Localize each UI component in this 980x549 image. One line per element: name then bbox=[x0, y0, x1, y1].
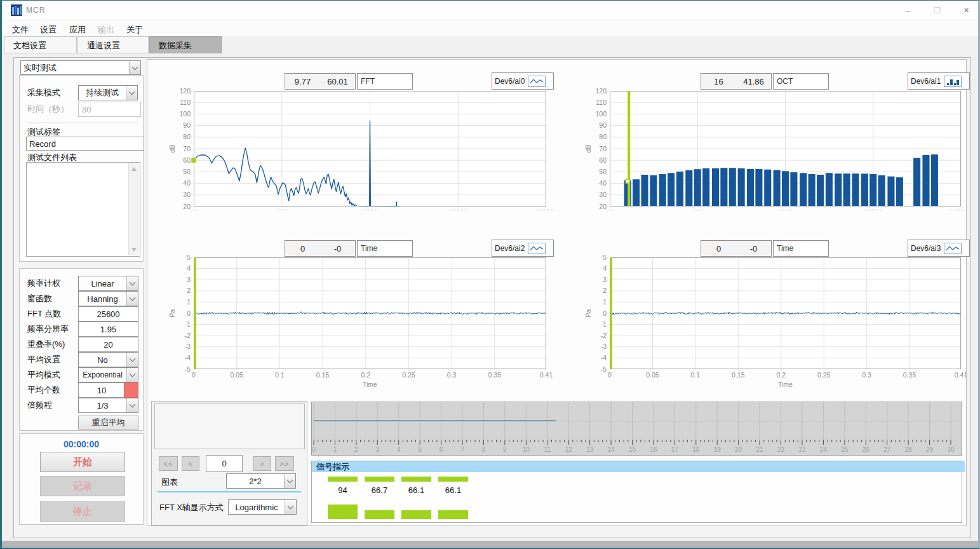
svg-text:90: 90 bbox=[183, 121, 191, 129]
svg-text:1000: 1000 bbox=[363, 208, 378, 210]
chart-layout-label: 图表 bbox=[161, 477, 178, 488]
svg-text:-3: -3 bbox=[185, 342, 191, 350]
menu-output: 输出 bbox=[95, 23, 117, 37]
overlap-input[interactable]: 20 bbox=[78, 337, 138, 352]
acq-time-label: 时间（秒） bbox=[27, 104, 69, 115]
svg-text:dB: dB bbox=[584, 145, 592, 153]
svg-text:-2: -2 bbox=[601, 332, 607, 339]
svg-text:16: 16 bbox=[650, 446, 657, 453]
svg-text:7: 7 bbox=[460, 446, 464, 453]
svg-text:5: 5 bbox=[187, 254, 191, 261]
svg-text:0.3: 0.3 bbox=[447, 371, 457, 379]
svg-text:26: 26 bbox=[863, 446, 870, 453]
svg-text:18: 18 bbox=[692, 446, 700, 453]
svg-text:6: 6 bbox=[440, 446, 443, 453]
svg-text:100: 100 bbox=[179, 110, 191, 118]
charts-region: 9.77 60.01 FFT Dev6/ai0 2030405060708090… bbox=[147, 59, 967, 526]
close-button[interactable]: × bbox=[952, 1, 980, 20]
avg-mode-select[interactable]: Exponential bbox=[78, 367, 138, 383]
svg-text:0: 0 bbox=[608, 371, 612, 379]
start-button[interactable]: 开始 bbox=[40, 452, 125, 472]
svg-text:100000: 100000 bbox=[535, 208, 554, 210]
time3-plot[interactable]: -5-4-3-2-101234500.050.10.150.20.250.30.… bbox=[562, 239, 966, 400]
svg-text:100: 100 bbox=[276, 208, 288, 210]
svg-text:28: 28 bbox=[905, 446, 913, 453]
time2-plot[interactable]: -5-4-3-2-101234500.050.10.150.20.250.30.… bbox=[148, 239, 554, 400]
svg-text:8: 8 bbox=[482, 446, 486, 453]
acq-time-input[interactable]: 30 bbox=[78, 102, 141, 117]
listbox-scrollbar[interactable] bbox=[128, 163, 139, 255]
svg-text:Time: Time bbox=[363, 381, 377, 388]
test-mode-select[interactable]: 实时测试 bbox=[20, 60, 141, 75]
svg-text:30: 30 bbox=[183, 191, 191, 198]
svg-text:40: 40 bbox=[599, 179, 607, 187]
fft-xaxis-select[interactable]: Logarithmic bbox=[228, 499, 297, 515]
nav-last-button[interactable]: >> bbox=[275, 456, 294, 471]
octave-select[interactable]: 1/3 bbox=[78, 398, 138, 413]
svg-text:-4: -4 bbox=[601, 354, 607, 362]
scroll-down-icon[interactable] bbox=[131, 248, 137, 252]
chevron-down-icon bbox=[284, 474, 295, 488]
svg-text:4: 4 bbox=[187, 264, 191, 272]
test-file-listbox[interactable] bbox=[26, 162, 140, 257]
freq-resolution-input[interactable]: 1.95 bbox=[78, 322, 138, 337]
avg-count-input[interactable]: 10 bbox=[78, 383, 125, 398]
svg-text:Time: Time bbox=[778, 381, 793, 388]
svg-text:-3: -3 bbox=[601, 342, 607, 350]
restart-average-button[interactable]: 重启平均 bbox=[78, 416, 138, 430]
svg-text:17: 17 bbox=[671, 446, 679, 453]
svg-text:120: 120 bbox=[595, 87, 607, 95]
acq-mode-label: 采集模式 bbox=[27, 87, 60, 98]
avg-setting-select[interactable]: No bbox=[78, 352, 138, 367]
maximize-button[interactable]: ☐ bbox=[923, 1, 951, 20]
svg-text:0.05: 0.05 bbox=[230, 371, 243, 379]
svg-text:1: 1 bbox=[187, 298, 191, 306]
svg-text:5: 5 bbox=[418, 446, 422, 453]
fft-plot[interactable]: 2030405060708090100110120101001000100001… bbox=[148, 60, 554, 213]
test-tag-input[interactable]: Record bbox=[26, 137, 144, 151]
menu-file[interactable]: 文件 bbox=[10, 23, 31, 37]
svg-text:0.3: 0.3 bbox=[862, 371, 871, 379]
signal-peak-bar bbox=[438, 477, 468, 482]
svg-text:Pa: Pa bbox=[168, 309, 176, 317]
tab-document-settings[interactable]: 文档设置 bbox=[4, 36, 77, 53]
svg-text:2: 2 bbox=[603, 287, 607, 294]
nav-prev-button[interactable]: < bbox=[182, 456, 199, 471]
chevron-down-icon bbox=[126, 86, 137, 100]
svg-text:3: 3 bbox=[187, 276, 191, 283]
timeline-ruler[interactable]: 0123456789101112131415161718192021222324… bbox=[311, 402, 962, 456]
svg-text:24: 24 bbox=[820, 446, 828, 453]
svg-text:-1: -1 bbox=[601, 320, 607, 328]
menu-apply[interactable]: 应用 bbox=[67, 23, 88, 37]
svg-text:10000: 10000 bbox=[864, 208, 882, 210]
menu-about[interactable]: 关于 bbox=[124, 23, 145, 37]
window-func-label: 窗函数 bbox=[27, 293, 52, 304]
svg-text:23: 23 bbox=[798, 446, 806, 453]
chevron-down-icon bbox=[126, 353, 138, 367]
svg-text:19: 19 bbox=[714, 446, 722, 453]
svg-text:0: 0 bbox=[312, 446, 316, 453]
acq-mode-select[interactable]: 持续测试 bbox=[78, 85, 138, 100]
svg-text:3: 3 bbox=[376, 446, 380, 453]
freq-weighting-select[interactable]: Linear bbox=[78, 276, 138, 291]
tab-data-acquisition[interactable]: 数据采集 bbox=[149, 36, 222, 53]
menu-settings[interactable]: 设置 bbox=[37, 23, 59, 37]
chart-layout-select[interactable]: 2*2 bbox=[226, 473, 296, 489]
nav-first-button[interactable]: << bbox=[159, 456, 178, 471]
oct-plot[interactable]: 2030405060708090100110120101001000100001… bbox=[562, 60, 966, 213]
fft-points-input[interactable]: 25600 bbox=[78, 306, 138, 322]
svg-text:13: 13 bbox=[586, 446, 594, 453]
svg-text:0.25: 0.25 bbox=[402, 371, 415, 379]
minimize-button[interactable]: – bbox=[894, 1, 922, 20]
nav-index-input[interactable]: 0 bbox=[206, 455, 243, 472]
scroll-up-icon[interactable] bbox=[131, 167, 137, 171]
avg-setting-label: 平均设置 bbox=[27, 354, 60, 365]
nav-next-button[interactable]: > bbox=[253, 456, 271, 471]
title-bar: MCR – ☐ × bbox=[2, 1, 978, 20]
svg-text:40: 40 bbox=[183, 179, 191, 187]
svg-text:3: 3 bbox=[603, 276, 607, 283]
signal-level-value: 66.1 bbox=[438, 485, 468, 495]
window-func-select[interactable]: Hanning bbox=[78, 291, 138, 306]
chevron-down-icon bbox=[126, 276, 138, 290]
tab-channel-settings[interactable]: 通道设置 bbox=[77, 36, 149, 53]
